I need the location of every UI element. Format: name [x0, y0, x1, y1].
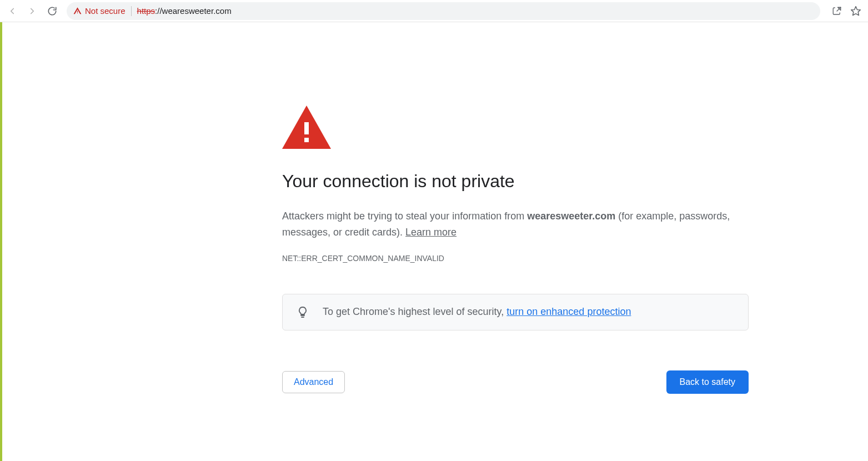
back-button[interactable]: [3, 2, 21, 20]
enhanced-protection-tip: To get Chrome's highest level of securit…: [282, 294, 749, 330]
error-headline: Your connection is not private: [282, 171, 749, 192]
bookmark-button[interactable]: [847, 2, 865, 20]
advanced-button[interactable]: Advanced: [282, 371, 345, 393]
divider: [131, 6, 132, 16]
back-to-safety-button[interactable]: Back to safety: [666, 370, 749, 394]
share-button[interactable]: [828, 2, 846, 20]
body-domain: wearesweeter.com: [527, 211, 615, 222]
button-row: Advanced Back to safety: [282, 370, 749, 394]
warning-triangle-large-icon: [282, 106, 749, 149]
url-scheme: https: [137, 6, 155, 16]
left-edge-accent: [0, 22, 2, 461]
svg-rect-2: [304, 138, 309, 142]
lightbulb-icon: [296, 305, 309, 319]
browser-toolbar: Not secure https://wearesweeter.com: [0, 0, 868, 22]
security-chip[interactable]: Not secure: [73, 6, 126, 16]
warning-triangle-icon: [73, 7, 82, 15]
learn-more-link[interactable]: Learn more: [405, 227, 456, 238]
error-code: NET::ERR_CERT_COMMON_NAME_INVALID: [282, 254, 749, 263]
tip-text: To get Chrome's highest level of securit…: [323, 306, 631, 318]
security-label: Not secure: [85, 6, 126, 16]
toolbar-right: [828, 2, 865, 20]
svg-marker-0: [851, 6, 861, 15]
enhanced-protection-link[interactable]: turn on enhanced protection: [506, 306, 631, 317]
body-prefix: Attackers might be trying to steal your …: [282, 211, 527, 222]
url-rest: ://wearesweeter.com: [155, 6, 232, 16]
tip-prefix: To get Chrome's highest level of securit…: [323, 306, 506, 317]
reload-button[interactable]: [43, 2, 61, 20]
svg-rect-1: [304, 122, 309, 134]
address-bar[interactable]: Not secure https://wearesweeter.com: [67, 2, 820, 20]
ssl-error-page: Your connection is not private Attackers…: [282, 106, 749, 394]
url-text: https://wearesweeter.com: [137, 6, 232, 16]
forward-button[interactable]: [23, 2, 41, 20]
error-body: Attackers might be trying to steal your …: [282, 208, 749, 240]
